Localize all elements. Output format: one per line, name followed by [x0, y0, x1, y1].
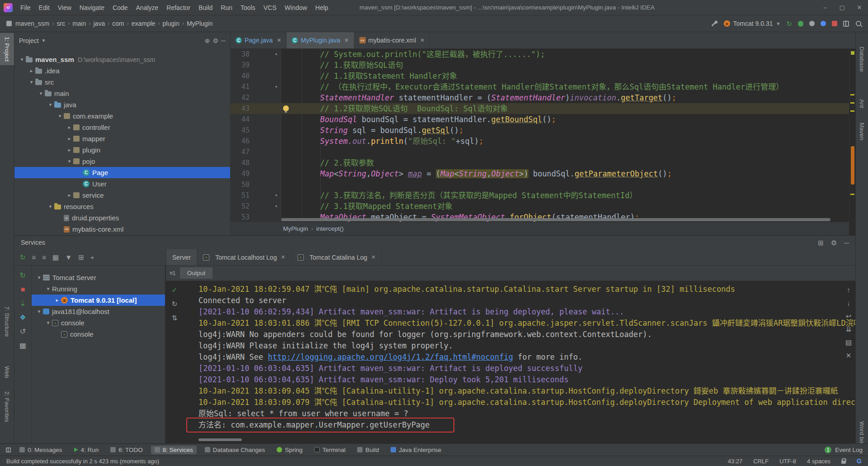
code-line[interactable] [281, 179, 849, 190]
grid-icon[interactable]: ▦ [19, 342, 26, 349]
tree-row[interactable]: <>mybatis-core.xml [14, 223, 230, 235]
code-line[interactable]: BoundSql boundSql = statementHandler.get… [281, 114, 849, 125]
code-line[interactable]: StatementHandler statementHandler = (Sta… [281, 92, 849, 103]
lock-icon[interactable] [841, 461, 846, 464]
refresh-icon[interactable]: ↺ [20, 328, 26, 335]
filter-icon[interactable]: ▼ [65, 254, 72, 261]
code-line[interactable]: // 3.获取方法名，判断是否分页（其实获取的是Mapped Statement… [281, 190, 849, 201]
code-line[interactable]: // （在执行过程中，Executor会通过Statement Handler创… [281, 81, 849, 92]
menu-item[interactable]: View [54, 0, 75, 15]
console-line[interactable]: 方法名: com.example.mapper.UserMapper.getUs… [198, 419, 855, 431]
tree-row[interactable]: ▾resources [14, 201, 230, 212]
tab-tomcat-localhost-log[interactable]: ›Tomcat Localhost Log✕ [197, 249, 291, 265]
breadcrumb-item[interactable]: src [56, 20, 66, 27]
print-icon[interactable]: ▤ [845, 339, 852, 346]
editor-code[interactable]: // System.out.println("这是拦截器，被执行了......"… [281, 49, 849, 222]
minimize-icon[interactable]: – [816, 0, 834, 15]
tool-window-switcher-icon[interactable] [6, 447, 11, 452]
tool-stripe-button[interactable]: Database [856, 43, 868, 76]
tree-chevron-icon[interactable]: ▸ [66, 147, 73, 153]
search-icon[interactable] [855, 20, 863, 28]
console-line[interactable]: [2021-01-10 06:02:59,434] Artifact maven… [198, 306, 855, 318]
hide-panel-icon[interactable]: ─ [844, 239, 849, 246]
tree-chevron-icon[interactable]: ▸ [66, 124, 73, 130]
breadcrumb-item[interactable]: java [93, 20, 106, 27]
console-line[interactable]: [2021-01-10 06:03:04,635] Artifact maven… [198, 363, 855, 374]
tab-output[interactable]: Output [180, 267, 213, 279]
breadcrumb-item[interactable]: main [71, 20, 87, 27]
coverage-button[interactable] [809, 21, 815, 26]
console-line[interactable]: 原始Sql: select * from user where username… [198, 408, 855, 419]
debug-button[interactable] [798, 21, 803, 27]
console-line[interactable]: Connected to server [198, 295, 855, 306]
menu-item[interactable]: Help [311, 0, 332, 15]
stop-button[interactable] [832, 21, 837, 26]
tree-chevron-icon[interactable]: ▾ [35, 275, 43, 281]
fold-icon[interactable]: ▾ [275, 49, 278, 60]
console-output[interactable]: 10-Jan-2021 18:02:59.047 淇℃伅 [main] org.… [183, 281, 855, 443]
close-icon[interactable]: ✕ [420, 37, 425, 43]
tree-row[interactable]: ▸Tomcat 9.0.31 [local] [32, 295, 165, 306]
console-line[interactable]: log4j:WARN See http://logging.apache.org… [198, 352, 855, 363]
tree-chevron-icon[interactable]: ▾ [47, 102, 54, 108]
tool-stripe-button[interactable]: 2: Favorites [0, 388, 14, 426]
tree-row[interactable]: ▾›console [32, 317, 165, 328]
float-mode-icon[interactable]: ⊞ [818, 239, 824, 246]
code-line[interactable]: // 2.获取参数 [281, 157, 849, 168]
editor-hscrollbar[interactable] [281, 218, 830, 221]
tool-window-button-build[interactable]: Build [354, 446, 382, 454]
code-line[interactable]: // 1.2获取原始SQL语句 BoundSql: Sql语句对象 [281, 103, 849, 114]
menu-item[interactable]: Edit [35, 0, 54, 15]
editor-tab[interactable]: CMyPlugin.java✕ [287, 32, 354, 48]
tree-chevron-icon[interactable]: ▾ [44, 320, 52, 326]
code-line[interactable]: // 1.1获取Statement Handler对象 [281, 71, 849, 81]
breadcrumb-item[interactable]: MyPlugin [283, 225, 308, 232]
tool-window-button-db[interactable]: Database Changes [201, 446, 269, 454]
code-line[interactable] [281, 147, 849, 157]
close-icon[interactable]: ✕ [344, 37, 349, 43]
tool-stripe-button[interactable]: Word bo [856, 418, 868, 447]
indent-setting[interactable]: 4 spaces [807, 458, 830, 465]
gear-icon[interactable]: ⚙ [213, 38, 219, 44]
tool-stripe-button[interactable]: Maven [856, 119, 868, 144]
maximize-icon[interactable]: ▢ [834, 0, 851, 15]
run-config-selector[interactable]: Tomcat 9.0.31 ▼ [724, 20, 781, 27]
tool-stripe-button[interactable]: 7: Structure [0, 303, 14, 340]
breadcrumb-item[interactable]: intercept() [316, 225, 344, 232]
menu-item[interactable]: Window [281, 0, 311, 15]
tree-row[interactable]: ▾java [14, 99, 230, 110]
tool-stripe-button[interactable]: Ant [856, 95, 868, 112]
tree-row[interactable]: CPage [14, 167, 230, 178]
project-header-title[interactable]: Project [19, 37, 39, 44]
code-line[interactable]: System.out.println("原始Sql: "+sql); [281, 136, 849, 147]
tree-row[interactable]: ▾pojo [14, 156, 230, 167]
collapse-icon[interactable]: ≡ [32, 254, 36, 261]
menu-item[interactable]: Tools [236, 0, 259, 15]
hide-panel-icon[interactable]: ─ [221, 38, 226, 44]
close-icon[interactable]: ✕ [851, 0, 868, 15]
tree-row[interactable]: ▾Running [32, 283, 165, 295]
tree-chevron-icon[interactable]: ▾ [44, 286, 52, 292]
add-icon[interactable]: + [90, 254, 94, 261]
layout-icon[interactable] [843, 21, 849, 27]
float-icon[interactable]: ⊞ [78, 254, 84, 261]
console-line[interactable]: 10-Jan-2021 18:03:09.079 淇℃伅 [Catalina-u… [198, 397, 855, 408]
tree-row[interactable]: ▾com.example [14, 110, 230, 122]
console-line[interactable]: log4j:WARN No appenders could be found f… [198, 329, 855, 340]
console-view-selector-icon[interactable]: ≡1 [170, 270, 175, 276]
breadcrumb-item[interactable]: plugin [162, 20, 180, 27]
fold-icon[interactable]: ▾ [275, 81, 278, 92]
scroll-up-icon[interactable]: ↑ [847, 286, 850, 293]
tree-row[interactable]: CUser [14, 178, 230, 190]
menu-item[interactable]: File [16, 0, 35, 15]
clear-all-icon[interactable]: ✕ [846, 352, 852, 359]
line-separator[interactable]: CRLF [753, 458, 769, 465]
tree-row[interactable]: ▾main [14, 88, 230, 99]
locate-file-icon[interactable]: ⊕ [205, 38, 210, 44]
menu-item[interactable]: Refactor [162, 0, 194, 15]
tab-server[interactable]: Server [166, 249, 197, 265]
event-log-button[interactable]: 1 Event Log [825, 447, 863, 453]
rerun-button[interactable]: ↻ [786, 20, 792, 27]
menu-item[interactable]: Code [108, 0, 132, 15]
tree-row[interactable]: ▸plugin [14, 144, 230, 156]
